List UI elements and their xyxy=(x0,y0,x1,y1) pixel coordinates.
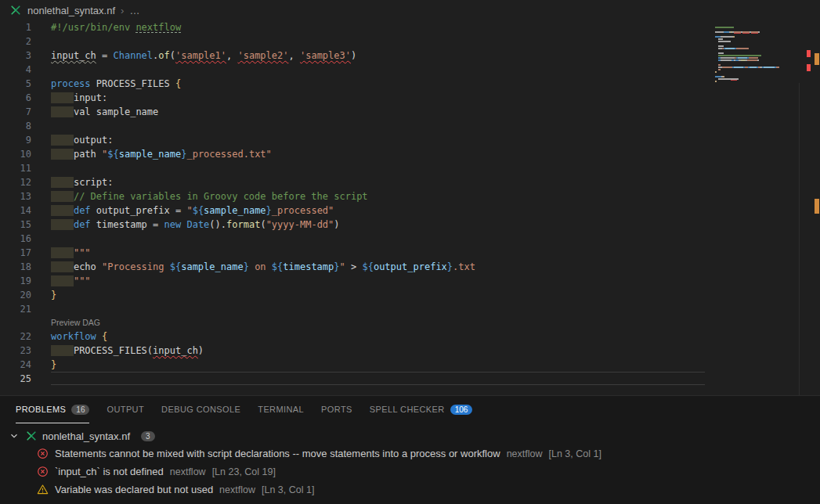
minimap-line xyxy=(715,74,807,75)
code-line[interactable]: 24} xyxy=(0,358,820,372)
bottom-panel: PROBLEMS16OUTPUTDEBUG CONSOLETERMINALPOR… xyxy=(0,395,820,504)
code-line[interactable]: 13 // Define variables in Groovy code be… xyxy=(0,189,820,203)
line-number: 1 xyxy=(0,20,31,34)
minimap-seg xyxy=(758,31,760,33)
codelens-preview-dag[interactable]: Preview DAG xyxy=(51,318,100,327)
current-line-highlight xyxy=(51,372,705,385)
problems-list: Statements cannot be mixed with script d… xyxy=(0,445,820,499)
code-line[interactable]: 10 path "${sample_name}_processed.txt" xyxy=(0,147,820,161)
code-token: ( xyxy=(147,345,153,356)
minimap[interactable] xyxy=(715,27,807,85)
code-line[interactable]: 25 xyxy=(0,372,820,386)
chevron-down-icon[interactable] xyxy=(8,430,20,442)
line-content: input_ch = Channel.of('sample1', 'sample… xyxy=(51,49,356,63)
problem-row[interactable]: Variable was declared but not usednextfl… xyxy=(0,481,820,499)
line-number: 19 xyxy=(0,274,31,288)
code-token: > xyxy=(345,261,363,272)
minimap-seg xyxy=(751,31,758,33)
panel-tabs: PROBLEMS16OUTPUTDEBUG CONSOLETERMINALPOR… xyxy=(0,396,820,423)
code-token: input: xyxy=(74,92,107,103)
code-line[interactable]: 19 """ xyxy=(0,274,820,288)
minimap-seg xyxy=(715,81,717,82)
line-number: 10 xyxy=(0,147,31,161)
breadcrumb-more[interactable]: … xyxy=(129,5,139,16)
code-line[interactable]: 7 val sample_name xyxy=(0,105,820,119)
minimap-seg xyxy=(718,69,721,70)
code-token: ${ xyxy=(170,261,181,272)
code-token: "yyyy-MM-dd" xyxy=(266,219,334,230)
code-line[interactable]: 14 def output_prefix = "${sample_name}_p… xyxy=(0,203,820,218)
minimap-line xyxy=(715,45,807,47)
code-token: ) xyxy=(334,219,339,230)
tab-label: DEBUG CONSOLE xyxy=(161,405,240,414)
breadcrumb: nonlethal_syntax.nf › … xyxy=(0,0,820,20)
code-token: new xyxy=(164,219,182,230)
minimap-seg xyxy=(718,52,724,54)
code-line[interactable]: 16 xyxy=(0,232,820,246)
code-line[interactable]: 9 output: xyxy=(0,133,820,147)
minimap-seg xyxy=(715,27,728,28)
code-token: ) xyxy=(198,345,204,356)
minimap-seg xyxy=(738,57,747,59)
overview-ruler-mark xyxy=(815,199,819,214)
code-line[interactable]: 22workflow { xyxy=(0,329,820,344)
code-line[interactable]: 8 xyxy=(0,119,820,133)
code-line[interactable]: 3input_ch = Channel.of('sample1', 'sampl… xyxy=(0,49,820,63)
code-token: } xyxy=(266,205,272,216)
code-token: 'sample2' xyxy=(237,50,288,61)
line-number: 2 xyxy=(0,34,31,49)
tab-debug-console[interactable]: DEBUG CONSOLE xyxy=(161,396,240,423)
code-line[interactable]: 15 def timestamp = new Date().format("yy… xyxy=(0,218,820,232)
tab-ports[interactable]: PORTS xyxy=(321,396,352,423)
code-token: ${ xyxy=(272,261,283,272)
indent-guide-highlight xyxy=(51,106,74,117)
code-token: path xyxy=(74,149,102,160)
problem-message: Statements cannot be mixed with script d… xyxy=(55,448,500,459)
line-number: 11 xyxy=(0,161,31,175)
code-token: sample_name xyxy=(181,261,243,272)
minimap-seg xyxy=(776,67,779,68)
minimap-seg xyxy=(718,41,731,42)
code-token: _processed.txt" xyxy=(186,149,271,160)
code-line[interactable]: 20} xyxy=(0,288,820,302)
breadcrumb-filename[interactable]: nonlethal_syntax.nf xyxy=(27,5,115,16)
code-line[interactable]: 12 script: xyxy=(0,175,820,189)
minimap-seg xyxy=(734,31,741,33)
tab-terminal[interactable]: TERMINAL xyxy=(258,396,304,423)
code-line[interactable]: 4 xyxy=(0,63,820,77)
problem-row[interactable]: `input_ch` is not definednextflow[Ln 23,… xyxy=(0,463,820,481)
code-line[interactable]: 18 echo "Processing ${sample_name} on ${… xyxy=(0,260,820,274)
code-line[interactable]: 6 input: xyxy=(0,91,820,105)
code-token: ${ xyxy=(362,261,373,272)
code-token: } xyxy=(244,261,249,272)
code-line[interactable]: 1#!/usr/bin/env nextflow xyxy=(0,20,820,34)
code-line[interactable]: 17 """ xyxy=(0,246,820,260)
line-content: script: xyxy=(51,175,113,189)
code-line[interactable]: 23 PROCESS_FILES(input_ch) xyxy=(0,344,820,358)
problem-row[interactable]: Statements cannot be mixed with script d… xyxy=(0,445,820,463)
line-content: echo "Processing ${sample_name} on ${tim… xyxy=(51,260,475,274)
code-token: Channel xyxy=(113,50,153,61)
code-line[interactable]: 21 xyxy=(0,302,820,316)
line-number: 22 xyxy=(0,329,31,344)
code-token: } xyxy=(51,359,56,370)
code-line[interactable]: 5process PROCESS_FILES { xyxy=(0,77,820,91)
line-number: 25 xyxy=(0,372,31,386)
tab-problems[interactable]: PROBLEMS16 xyxy=(16,396,89,423)
nextflow-file-icon xyxy=(9,4,22,16)
code-line[interactable]: 2 xyxy=(0,34,820,49)
minimap-line xyxy=(715,71,807,73)
tab-badge: 16 xyxy=(71,405,89,415)
code-token: ( xyxy=(170,50,175,61)
tab-output[interactable]: OUTPUT xyxy=(107,396,144,423)
code-token: val sample_name xyxy=(74,106,158,117)
minimap-seg xyxy=(764,67,775,68)
code-token: PROCESS_FILES xyxy=(74,345,147,356)
indent-guide-highlight xyxy=(51,177,74,188)
code-token: ${ xyxy=(193,205,204,216)
code-line[interactable]: 11 xyxy=(0,161,820,175)
tab-spell-checker[interactable]: SPELL CHECKER106 xyxy=(370,396,473,423)
line-number: 7 xyxy=(0,105,31,119)
problems-file-group[interactable]: nonlethal_syntax.nf 3 xyxy=(0,427,820,445)
code-token: output_prefix = xyxy=(91,205,187,216)
